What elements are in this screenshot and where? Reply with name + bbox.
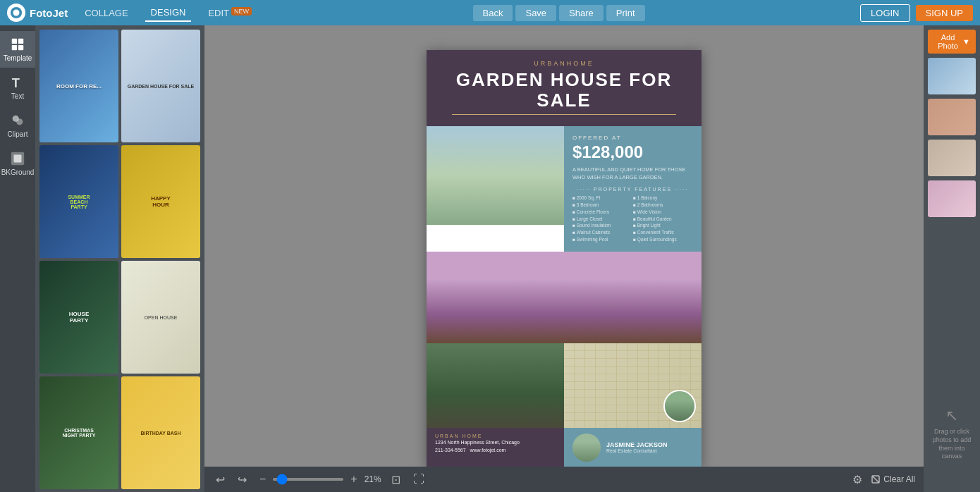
text-icon: T: [10, 75, 25, 90]
drag-hint-area: ↖ Drag or click photos to add them into …: [924, 401, 980, 467]
zoom-value: 21%: [365, 474, 381, 484]
template-item[interactable]: ROOM FOR RE...: [39, 30, 118, 142]
feature-item: ■ Concrete Floors: [572, 209, 632, 216]
photo-thumb-4[interactable]: [928, 180, 976, 217]
sidebar-item-template[interactable]: Template: [0, 31, 35, 68]
template-item[interactable]: ★ HAPPYHOUR: [121, 145, 200, 258]
flyer-address: 1234 North Happiness Street, Chicago 211…: [435, 438, 556, 454]
flyer-house-image: [427, 126, 564, 225]
feature-item: ■ Swimming Pool: [572, 236, 632, 243]
flyer-footer: URBAN HOME 1234 North Happiness Street, …: [427, 428, 702, 467]
sidebar-label-text: Text: [11, 92, 24, 100]
feature-item: ■ Convenient Traffic: [633, 229, 693, 236]
nav-right: LOGIN SIGN UP: [860, 4, 973, 22]
feature-item: ■ Large Closet: [572, 216, 632, 223]
print-button[interactable]: Print: [606, 5, 645, 21]
add-photo-label: Add Photo: [933, 33, 962, 50]
back-button[interactable]: Back: [473, 5, 513, 21]
logo[interactable]: FotoJet: [7, 4, 68, 22]
zoom-minus-button[interactable]: −: [257, 472, 269, 487]
svg-rect-4: [12, 45, 17, 50]
flyer-title: GARDEN HOUSE FOR SALE: [438, 70, 690, 110]
save-button[interactable]: Save: [515, 5, 556, 21]
signup-button[interactable]: SIGN UP: [916, 5, 973, 21]
bottom-right-tools: ⚙ Clear All: [850, 472, 915, 488]
zoom-slider[interactable]: [273, 478, 343, 481]
flyer-canvas: URBANHOME GARDEN HOUSE FOR SALE OFFERED …: [427, 50, 702, 467]
feature-item: ■ Wide Vision: [633, 209, 693, 216]
agency-name: URBAN HOME: [435, 433, 556, 438]
template-item[interactable]: ★ HOUSEPARTY: [39, 261, 118, 374]
svg-text:T: T: [12, 75, 20, 90]
background-icon: [10, 151, 25, 166]
canvas-area[interactable]: URBANHOME GARDEN HOUSE FOR SALE OFFERED …: [204, 25, 924, 492]
sidebar-item-background[interactable]: BKGround: [0, 145, 35, 182]
add-photo-arrow: ▼: [962, 37, 970, 46]
flyer-map-image: [564, 343, 702, 428]
feature-item: ■ Quiet Surroundings: [633, 236, 693, 243]
bottom-left-tools: ↩ ↪ − + 21% ⊡ ⛶: [213, 472, 427, 488]
feature-item: ■ Beautiful Garden: [633, 216, 693, 223]
main-area: Template T Text Clipart BKGround ROOM FO…: [0, 25, 980, 492]
photo-thumb-2[interactable]: [928, 99, 976, 135]
fit-button[interactable]: ⊡: [388, 472, 403, 488]
template-item[interactable]: ★ BIRTHDAY BASH: [121, 376, 200, 489]
zoom-plus-button[interactable]: +: [348, 472, 360, 487]
feature-item: ■ 1 Balcony: [633, 195, 693, 202]
sidebar-label-template: Template: [4, 54, 32, 62]
svg-point-8: [16, 118, 23, 125]
fullscreen-button[interactable]: ⛶: [410, 472, 427, 487]
sidebar-label-clipart: Clipart: [8, 130, 28, 138]
undo-button[interactable]: ↩: [213, 472, 228, 488]
feature-item: ■ Walnut Cabinets: [572, 229, 632, 236]
template-item[interactable]: SUMMERBEACHPARTY: [39, 145, 118, 258]
canvas-bottom-bar: ↩ ↪ − + 21% ⊡ ⛶ ⚙ Clear All: [204, 467, 924, 492]
flyer-address-block: URBAN HOME 1234 North Happiness Street, …: [427, 428, 564, 467]
features-grid: ■ 2000 Sq. Ft ■ 3 Bedroom ■ Concrete Flo…: [572, 195, 693, 242]
photo-thumb-3[interactable]: [928, 140, 976, 176]
feature-item: ■ 2000 Sq. Ft: [572, 195, 632, 202]
settings-button[interactable]: ⚙: [850, 472, 865, 488]
features-title: ····· PROPERTY FEATURES ·····: [572, 187, 693, 192]
agent-avatar-map: [663, 390, 696, 422]
nav-tab-design[interactable]: DESIGN: [145, 4, 192, 22]
template-item[interactable]: OPEN HOUSE: [121, 261, 200, 374]
sidebar-label-background: BKGround: [1, 168, 35, 176]
redo-button[interactable]: ↪: [235, 472, 250, 488]
features-col2: ■ 1 Balcony ■ 2 Bathrooms ■ Wide Vision …: [633, 195, 693, 242]
flyer-brand: URBANHOME: [438, 60, 690, 67]
login-button[interactable]: LOGIN: [860, 4, 909, 22]
feature-item: ■ 2 Bathrooms: [633, 202, 693, 209]
flyer-divider: [452, 114, 676, 115]
new-badge: NEW: [231, 7, 252, 16]
zoom-controls: − + 21%: [257, 472, 381, 487]
sidebar-item-clipart[interactable]: Clipart: [0, 107, 35, 144]
photo-thumb-1[interactable]: [928, 58, 976, 94]
flyer-flowers-image: [427, 252, 702, 343]
svg-rect-3: [18, 39, 23, 44]
feature-item: ■ 3 Bedroom: [572, 202, 632, 209]
right-panel-top: Add Photo ▼: [924, 25, 980, 221]
flyer-info-panel: OFFERED AT $128,000 A BEAUTIFUL AND QUIE…: [564, 126, 702, 251]
clipart-icon: [10, 113, 25, 128]
svg-rect-2: [12, 39, 17, 44]
clear-all-button[interactable]: Clear All: [871, 474, 915, 484]
nav-tab-collage[interactable]: COLLAGE: [79, 5, 133, 21]
add-photo-button[interactable]: Add Photo ▼: [928, 30, 976, 54]
logo-icon: [7, 4, 25, 22]
template-item[interactable]: ★ CHRISTMASNIGHT PARTY: [39, 376, 118, 489]
nav-tab-edit[interactable]: EDITNEW: [202, 5, 257, 21]
nav-center: Back Save Share Print: [473, 5, 645, 21]
nav-left: FotoJet COLLAGE DESIGN EDITNEW: [7, 4, 257, 22]
feature-item: ■ Sound Insulation: [572, 222, 632, 229]
template-item[interactable]: GARDEN HOUSE FOR SALE: [121, 30, 200, 142]
share-button[interactable]: Share: [559, 5, 604, 21]
agent-title: Real Estate Consultant: [606, 448, 668, 453]
features-col1: ■ 2000 Sq. Ft ■ 3 Bedroom ■ Concrete Flo…: [572, 195, 632, 242]
clear-icon: [871, 474, 881, 484]
sidebar-item-text[interactable]: T Text: [0, 69, 35, 106]
svg-rect-5: [18, 45, 23, 50]
logo-text: FotoJet: [30, 7, 68, 19]
feature-item: ■ Bright Light: [633, 222, 693, 229]
right-sidebar: Add Photo ▼ ↖ Drag or click photos to ad…: [924, 25, 980, 492]
